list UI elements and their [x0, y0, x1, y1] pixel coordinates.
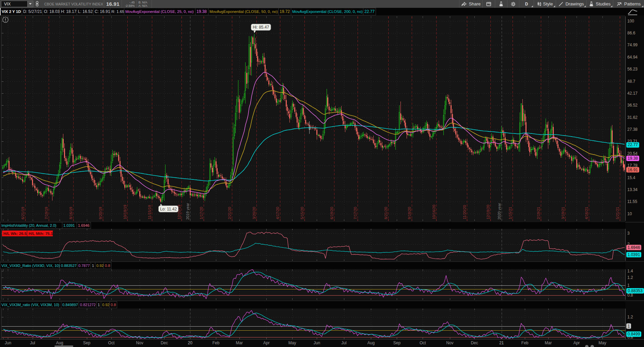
- svg-text:H/L Wk: 26.5: H/L Wk: 26.5: [3, 232, 27, 236]
- svg-text:1/17/20: 1/17/20: [199, 207, 203, 219]
- svg-text:1.2: 1.2: [627, 315, 633, 319]
- svg-text:1.6946: 1.6946: [628, 245, 640, 250]
- svg-text:Oct: Oct: [420, 341, 426, 345]
- svg-text:15.4: 15.4: [627, 175, 635, 180]
- svg-text:May: May: [599, 341, 607, 345]
- svg-text:Mar: Mar: [545, 341, 552, 345]
- svg-text:2020 year: 2020 year: [497, 203, 501, 220]
- svg-text:3/19/21: 3/19/21: [561, 207, 565, 219]
- svg-text:Dec: Dec: [161, 341, 168, 345]
- svg-text:5/15/20: 5/15/20: [300, 207, 304, 219]
- svg-text:Jul: Jul: [30, 341, 35, 345]
- svg-text:6/21/19: 6/21/19: [21, 207, 25, 219]
- svg-text:1/15/21: 1/15/21: [508, 207, 512, 219]
- svg-text:16.91: 16.91: [628, 168, 638, 172]
- svg-text:Sep: Sep: [83, 341, 91, 345]
- svg-text:10: 10: [627, 211, 632, 216]
- svg-text:10/18/19: 10/18/19: [123, 205, 127, 219]
- svg-text:Mar: Mar: [236, 341, 243, 345]
- svg-text:42.17: 42.17: [627, 91, 638, 96]
- svg-text:13.34: 13.34: [627, 187, 638, 192]
- svg-text:2/19/21: 2/19/21: [536, 207, 540, 219]
- svg-text:Sep: Sep: [393, 341, 401, 345]
- svg-text:Jun: Jun: [314, 341, 320, 345]
- svg-text:21: 21: [499, 341, 504, 345]
- svg-text:9/20/19: 9/20/19: [98, 207, 103, 219]
- svg-text:Oct: Oct: [108, 341, 115, 345]
- svg-text:H/L Mth: 75.1: H/L Mth: 75.1: [29, 232, 53, 236]
- svg-text:Aug: Aug: [367, 341, 375, 345]
- svg-text:27.38: 27.38: [627, 127, 638, 132]
- svg-text:Feb: Feb: [213, 341, 220, 345]
- svg-text:Feb: Feb: [521, 341, 529, 345]
- svg-text:86.6: 86.6: [627, 31, 635, 35]
- svg-text:22.77: 22.77: [628, 142, 638, 147]
- svg-text:Aug: Aug: [56, 341, 63, 345]
- svg-text:1.4: 1.4: [627, 269, 633, 273]
- svg-text:Apr: Apr: [574, 341, 580, 345]
- svg-text:5/21/21: 5/21/21: [615, 207, 619, 219]
- svg-text:Dec: Dec: [471, 341, 478, 345]
- svg-text:Jun: Jun: [5, 341, 11, 345]
- svg-text:0.8499: 0.8499: [628, 332, 640, 336]
- svg-text:Apr: Apr: [263, 341, 270, 345]
- svg-text:56.23: 56.23: [627, 67, 638, 72]
- svg-text:20: 20: [188, 341, 193, 345]
- svg-text:Lo: 11.42: Lo: 11.42: [160, 207, 177, 211]
- svg-text:4/17/20: 4/17/20: [276, 207, 280, 219]
- svg-text:31.62: 31.62: [627, 115, 638, 120]
- svg-text:11.55: 11.55: [627, 199, 637, 204]
- svg-text:12/18/20: 12/18/20: [486, 205, 490, 219]
- svg-text:Nov: Nov: [446, 341, 453, 345]
- svg-text:11/20/20: 11/20/20: [462, 205, 467, 219]
- svg-text:0.88353: 0.88353: [628, 288, 643, 293]
- svg-text:10/16/20: 10/16/20: [432, 205, 436, 219]
- svg-text:2019 year: 2019 year: [186, 203, 190, 220]
- svg-text:1: 1: [628, 324, 630, 329]
- svg-text:1: 1: [627, 283, 630, 288]
- svg-text:8/21/20: 8/21/20: [384, 207, 388, 219]
- svg-text:48.7: 48.7: [627, 79, 635, 84]
- svg-text:6/19/20: 6/19/20: [330, 207, 334, 219]
- svg-text:74.99: 74.99: [627, 43, 638, 47]
- svg-text:1.2: 1.2: [627, 275, 633, 280]
- svg-text:3/20/20: 3/20/20: [252, 207, 256, 219]
- svg-text:9/18/20: 9/18/20: [407, 207, 411, 219]
- svg-text:100: 100: [627, 19, 634, 23]
- svg-text:2/21/20: 2/21/20: [227, 207, 232, 219]
- svg-text:Hi: 85.47: Hi: 85.47: [253, 25, 269, 30]
- svg-text:Jul: Jul: [341, 341, 346, 345]
- svg-text:7/19/19: 7/19/19: [44, 207, 48, 219]
- svg-text:36.52: 36.52: [627, 103, 638, 108]
- svg-text:1.0391: 1.0391: [628, 252, 640, 257]
- svg-text:7/17/20: 7/17/20: [353, 207, 357, 219]
- svg-text:3: 3: [627, 231, 630, 236]
- svg-text:4/16/21: 4/16/21: [584, 207, 588, 219]
- svg-text:8/16/19: 8/16/19: [69, 207, 73, 219]
- svg-text:May: May: [288, 341, 296, 345]
- svg-text:64.94: 64.94: [627, 55, 638, 60]
- svg-text:11/15/19: 11/15/19: [147, 205, 152, 219]
- svg-text:Nov: Nov: [136, 341, 143, 345]
- svg-text:20.54: 20.54: [627, 151, 638, 156]
- svg-text:19.38: 19.38: [628, 156, 638, 161]
